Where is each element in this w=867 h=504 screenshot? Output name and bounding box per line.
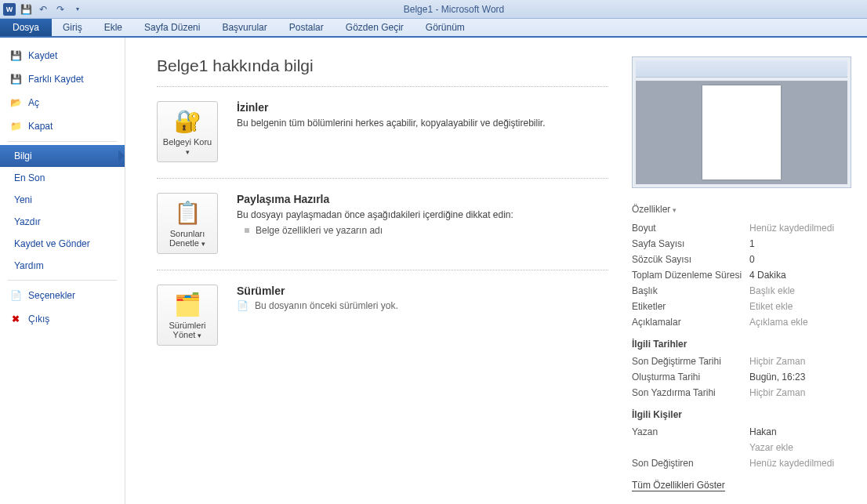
options-icon: 📄	[9, 289, 22, 302]
prop-title[interactable]: BaşlıkBaşlık ekle	[632, 285, 851, 296]
tab-view[interactable]: Görünüm	[415, 19, 476, 36]
protect-document-button[interactable]: 🔐 Belgeyi Koru ▾	[157, 101, 218, 162]
nav-exit[interactable]: ✖Çıkış	[0, 307, 125, 331]
thumbnail-page-area	[636, 81, 847, 184]
prop-created: Oluşturma TarihiBugün, 16:23	[632, 372, 851, 383]
nav-save-send[interactable]: Kaydet ve Gönder	[0, 233, 125, 255]
word-icon: W	[3, 3, 16, 16]
prop-printed: Son Yazdırma TarihiHiçbir Zaman	[632, 387, 851, 398]
save-icon: 💾	[9, 49, 22, 62]
folder-open-icon: 📂	[9, 96, 22, 109]
backstage-main: Belge1 hakkında bilgi 🔐 Belgeyi Koru ▾ İ…	[125, 38, 867, 504]
tab-mailings[interactable]: Postalar	[278, 19, 335, 36]
button-label: Sorunları Denetle ▾	[161, 229, 214, 248]
nav-save-as[interactable]: 💾Farklı Kaydet	[0, 67, 125, 91]
tab-insert[interactable]: Ekle	[93, 19, 133, 36]
bullet-item: Belge özellikleri ve yazarın adı	[237, 225, 513, 236]
prop-modified: Son Değiştirme TarihiHiçbir Zaman	[632, 356, 851, 367]
ribbon-tabs: Dosya Giriş Ekle Sayfa Düzeni Başvurular…	[0, 19, 867, 38]
nav-label: Yazdır	[14, 216, 41, 227]
section-permissions: 🔐 Belgeyi Koru ▾ İzinler Bu belgenin tüm…	[157, 101, 608, 162]
save-icon[interactable]: 💾	[19, 2, 33, 16]
section-text: Sürümler 📄 Bu dosyanın önceki sürümleri …	[237, 285, 398, 346]
prop-comments[interactable]: AçıklamalarAçıklama ekle	[632, 317, 851, 328]
folder-close-icon: 📁	[9, 120, 22, 132]
section-versions: 🗂️ Sürümleri Yönet ▾ Sürümler 📄 Bu dosya…	[157, 285, 608, 346]
properties-dropdown[interactable]: Özellikler	[632, 204, 851, 215]
manage-versions-button[interactable]: 🗂️ Sürümleri Yönet ▾	[157, 285, 218, 346]
prop-value: Hiçbir Zaman	[749, 356, 805, 367]
show-all-properties-link[interactable]: Tüm Özellikleri Göster	[632, 480, 725, 491]
nav-recent[interactable]: En Son	[0, 167, 125, 189]
bullet-icon	[245, 228, 249, 233]
prop-tags[interactable]: EtiketlerEtiket ekle	[632, 301, 851, 312]
divider	[157, 86, 608, 87]
nav-separator	[8, 141, 117, 142]
nav-print[interactable]: Yazdır	[0, 211, 125, 233]
backstage-nav: 💾Kaydet 💾Farklı Kaydet 📂Aç 📁Kapat Bilgi …	[0, 38, 125, 504]
nav-label: Aç	[28, 97, 39, 108]
prop-size: BoyutHenüz kaydedilmedi	[632, 223, 851, 234]
nav-label: Yardım	[14, 260, 44, 271]
document-thumbnail[interactable]	[632, 56, 851, 188]
prop-label: Açıklamalar	[632, 317, 749, 328]
bullet-text: Belge özellikleri ve yazarın adı	[256, 225, 383, 236]
window-title: Belge1 - Microsoft Word	[88, 4, 867, 15]
section-desc: Bu belgenin tüm bölümlerini herkes açabi…	[237, 117, 546, 130]
prop-label: Sayfa Sayısı	[632, 238, 749, 249]
prop-edit-time: Toplam Düzenleme Süresi4 Dakika	[632, 270, 851, 281]
tab-references[interactable]: Başvurular	[211, 19, 278, 36]
tab-review[interactable]: Gözden Geçir	[335, 19, 415, 36]
info-content: Belge1 hakkında bilgi 🔐 Belgeyi Koru ▾ İ…	[157, 56, 608, 496]
prop-value: Bugün, 16:23	[749, 372, 805, 383]
nav-label: Kaydet	[28, 50, 57, 61]
quick-access-toolbar: W 💾 ↶ ↷ ▾	[0, 2, 88, 16]
prop-add-author[interactable]: Yazar ekle	[632, 442, 851, 453]
section-text: İzinler Bu belgenin tüm bölümlerini herk…	[237, 101, 546, 162]
prop-value: Henüz kaydedilmedi	[749, 458, 834, 469]
prop-value: Henüz kaydedilmedi	[749, 223, 834, 234]
nav-open[interactable]: 📂Aç	[0, 91, 125, 114]
tab-layout[interactable]: Sayfa Düzeni	[133, 19, 211, 36]
prop-value: Etiket ekle	[749, 301, 793, 312]
prop-label: Yazan	[632, 426, 749, 437]
tab-file[interactable]: Dosya	[0, 19, 52, 36]
prop-pages: Sayfa Sayısı1	[632, 238, 851, 249]
page-title: Belge1 hakkında bilgi	[157, 56, 608, 75]
nav-info[interactable]: Bilgi	[0, 145, 125, 167]
section-prepare-share: 📋 Sorunları Denetle ▾ Paylaşıma Hazırla …	[157, 193, 608, 254]
prop-label: Etiketler	[632, 301, 749, 312]
thumbnail-ribbon	[636, 60, 847, 78]
prop-label: Son Yazdırma Tarihi	[632, 387, 749, 398]
version-info: 📄 Bu dosyanın önceki sürümleri yok.	[237, 300, 398, 311]
nav-options[interactable]: 📄Seçenekler	[0, 284, 125, 307]
qat-dropdown-icon[interactable]: ▾	[71, 2, 85, 16]
button-label: Belgeyi Koru ▾	[161, 137, 214, 156]
nav-new[interactable]: Yeni	[0, 189, 125, 211]
nav-label: Farklı Kaydet	[28, 74, 84, 85]
nav-label: Çıkış	[28, 314, 49, 325]
tab-home[interactable]: Giriş	[52, 19, 93, 36]
prop-words: Sözcük Sayısı0	[632, 254, 851, 265]
divider	[157, 178, 608, 179]
redo-icon[interactable]: ↷	[53, 2, 67, 16]
check-issues-button[interactable]: 📋 Sorunları Denetle ▾	[157, 193, 218, 254]
prop-label: Sözcük Sayısı	[632, 254, 749, 265]
nav-label: Kapat	[28, 121, 53, 132]
prop-value: Hakan	[749, 426, 777, 437]
undo-icon[interactable]: ↶	[36, 2, 50, 16]
prop-value: 0	[749, 254, 755, 265]
nav-help[interactable]: Yardım	[0, 255, 125, 277]
nav-label: Seçenekler	[28, 290, 75, 301]
section-text: Paylaşıma Hazırla Bu dosyayı paylaşmadan…	[237, 193, 513, 254]
nav-save[interactable]: 💾Kaydet	[0, 44, 125, 67]
prop-value: 4 Dakika	[749, 270, 786, 281]
section-title: Paylaşıma Hazırla	[237, 193, 513, 205]
exit-icon: ✖	[9, 313, 22, 325]
prop-label: Son Değiştirme Tarihi	[632, 356, 749, 367]
prop-value: Açıklama ekle	[749, 317, 808, 328]
section-desc: Bu dosyayı paylaşmadan önce aşağıdakiler…	[237, 208, 513, 222]
section-desc: Bu dosyanın önceki sürümleri yok.	[255, 300, 398, 311]
nav-separator	[8, 280, 117, 281]
nav-close[interactable]: 📁Kapat	[0, 114, 125, 138]
